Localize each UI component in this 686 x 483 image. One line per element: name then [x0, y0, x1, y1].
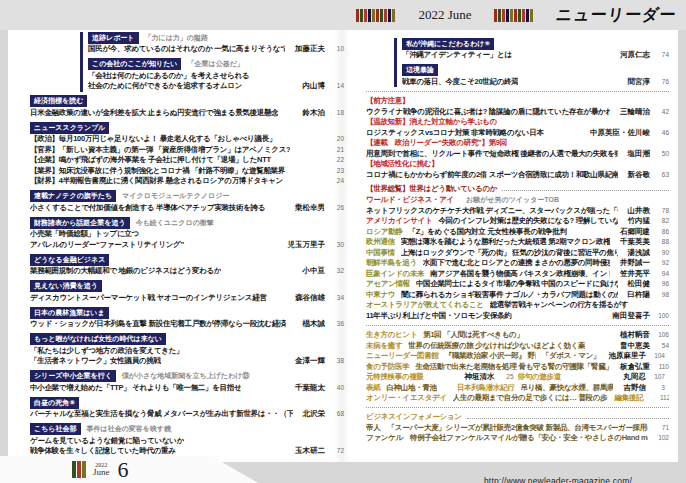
- section-tag: 辺境暴論: [402, 64, 438, 76]
- author-name: 臼杵陽: [628, 290, 651, 300]
- section-tag: シリーズ中小企業を行く: [30, 370, 116, 382]
- dotted-rule: [502, 190, 669, 191]
- page-number: 54: [655, 342, 669, 349]
- toc-section: 【世界総覧】世界はどう動いているのかワールド・ビジネス・アイお騒がせ男のツイッタ…: [366, 184, 669, 321]
- section-heading-row: 【世界総覧】世界はどう動いているのか: [366, 184, 669, 195]
- toc-row: 11年半ぶり利上げと中国・ソロモン安保条約南田登喜子100: [366, 311, 669, 322]
- page-number: 32: [330, 267, 344, 274]
- page-number: 38: [330, 357, 344, 364]
- section-header: こちら社会部事件は社会の変容を映す鏡: [30, 424, 344, 435]
- toc-row: ネットフリックスのケチケチ大作戦 ディズニー、スターバックスが嗤った「使って何?…: [366, 206, 669, 217]
- article-title: 11年半ぶり利上げと中国・ソロモン安保条約: [366, 311, 512, 321]
- toc-row: 【地域活性化に挑む】: [366, 159, 669, 170]
- toc-column-group: 表紙白神山地・青池: [366, 383, 457, 393]
- page-number: 46: [655, 129, 669, 136]
- toc-row: 「私たちは少しずつ地方の政治を変えてきた」: [30, 346, 344, 357]
- toc-row: 中小企業で増え始めた「TTP」 それよりも「唯一無二」を目指せ千葉龍太40: [30, 383, 344, 394]
- author-name: 小中亘: [303, 266, 326, 276]
- toc-row: 小売業「時価総額」トップに立つ: [30, 229, 344, 240]
- author-name: 児玉万里子: [288, 240, 326, 250]
- column-label: 中国事情: [366, 248, 395, 258]
- article-title: 業務範囲規制の大幅緩和で 地銀のビジネスはどう変わるか: [30, 266, 221, 276]
- toc-column-group: 元特捜検事の複眼神垣清水25: [366, 372, 518, 382]
- toc-row: バーチャルな至福と実生活を損なう脅威 メタバースが生み出す新世界は・・（下）北沢…: [30, 409, 344, 420]
- section-tag: この会社のここが知りたい: [88, 58, 181, 70]
- section-heading: 【世界総覧】世界はどう動いているのか: [366, 184, 497, 194]
- section-tag: ニューススクランブル: [30, 122, 109, 134]
- toc-row: ニューリーダー図書館『職業政治家 小沢一郎』 野口等「ダボス・マン」池原麻里子1…: [366, 351, 669, 362]
- article-title: 中国企業同士によるタイ市場の争奪戦 中国のスピードに負けない「スシロー」: [416, 279, 618, 289]
- toc-row: 【前方注意】: [366, 96, 669, 107]
- issue-date: 2022 June: [418, 7, 471, 23]
- section-tag: こちら社会部: [30, 423, 81, 435]
- author-name: 鈴木泊: [303, 108, 326, 118]
- toc-section: 白昼の死角⑧バーチャルな至福と実生活を損なう脅威 メタバースが生み出す新世界は・…: [30, 397, 344, 420]
- column-label: 朝鮮半島を追う: [366, 258, 417, 268]
- article-title: コロナ禍にもかかわらず前年度の2倍 スポーツ合宿誘致に成功！和歌山県紀南地域: [366, 170, 618, 180]
- page-number: 21: [330, 146, 344, 153]
- page-number: 107: [651, 373, 665, 380]
- toc-column-group: 編集後記112: [614, 393, 669, 403]
- section-header: シリーズ中小企業を行く僕が小さな地域新聞を立ち上げたわけ⑬: [30, 371, 344, 382]
- article-title: 総選挙苦戦キャンペーンの行方を揺るがす: [490, 300, 629, 310]
- author-name: 南田登喜子: [613, 311, 651, 321]
- dotted-rule: [467, 418, 669, 419]
- author-name: 乗松幸男: [295, 203, 325, 213]
- article-title: 南アジア各国を襲う物価高 パキスタン政権崩壊、インドは金融引き締め: [430, 269, 610, 279]
- section-header: 辺境暴論: [402, 65, 669, 76]
- column-label: 俳句の遊歩道: [518, 372, 561, 382]
- toc-row: 小さくすることで付加価値を創造する 半導体ベアチップ実装技術を誇る乗松幸男26: [30, 203, 344, 214]
- page-number: 76: [655, 78, 669, 85]
- toc-row: ウッド・ショックが日本列島を直撃 新設住宅着工戸数が停滞なら一段沈む経済椙木誠3…: [30, 319, 344, 330]
- section-header: この会社のここが知りたい「企業は公器だ」: [88, 59, 344, 70]
- page-number: 94: [655, 270, 669, 277]
- issue-month: June: [93, 468, 110, 477]
- article-title: 実態は薄氷を踏むような勝利だった大統領選 第2期マクロン政権を待ち受けるハードル: [401, 237, 610, 247]
- toc-section: もっと暇がなければ女性の時代は来ない「私たちは少しずつ地方の政治を変えてきた」「…: [30, 334, 344, 367]
- toc-row: 元特捜検事の複眼神垣清水25俳句の遊歩道丸岡忍107: [366, 372, 669, 383]
- page-number: 72: [330, 447, 344, 454]
- article-title: 「沖縄アイデンティティー」とは: [402, 50, 512, 60]
- toc-section: どうなる金融ビジネス業務範囲規制の大幅緩和で 地銀のビジネスはどう変わるか小中亘…: [30, 254, 344, 277]
- toc-row: 戦車の落日、今度こそ20世紀の終焉間宮淳76: [402, 77, 669, 88]
- page-number: 68: [330, 410, 344, 417]
- page-number: 36: [330, 320, 344, 327]
- toc-row: 【政治】毎月100万円じゃ足りないよ！ 暴走老人化する「おしゃべり議長」20: [30, 134, 344, 145]
- toc-row: ゲームを見ているような錯覚に陥っていないか: [30, 436, 344, 447]
- section-header: 財務諸表から話題企業を追う今も続くユニクロの衝撃: [30, 217, 344, 228]
- section-note: マイクロモジュールテクノロジー: [122, 191, 229, 201]
- toc-row: コロナ禍にもかかわらず前年度の2倍 スポーツ合宿誘致に成功！和歌山県紀南地域新谷…: [366, 170, 669, 181]
- toc-row: オーストラリアが教えてくれること総選挙苦戦キャンペーンの行方を揺るがす: [366, 300, 669, 311]
- toc-row: 食の予防医学生命活動で出来た老廃物を処理 骨も守る腎の守護隊「腎臓」を守ろう板倉…: [366, 362, 669, 373]
- dotted-divider: [366, 407, 669, 408]
- page-number: 20: [330, 135, 344, 142]
- page-number: 96: [655, 280, 669, 287]
- toc-row: 中国事情上海はロックダウンで「死の街」 狂気の沙汰の背後に習近平の焦り湯浅誠90: [366, 248, 669, 259]
- magazine-title: ニューリーダー: [554, 5, 677, 26]
- article-title: ファンケル 特例子会社ファンケルスマイルが贈る「安心・安全・やさしさのHand …: [366, 433, 648, 443]
- right-toc-page: 私が沖縄にこだわるわけ⑨「沖縄アイデンティティー」とは河原仁志74辺境暴論戦車の…: [366, 38, 669, 448]
- page-number: 78: [655, 207, 669, 214]
- indented-section-group: 追跡レポート「力には力」の隘路国民が今、求めているのはそれなのか 一気に高まりそ…: [80, 32, 344, 92]
- author-name: 金澤一輝: [295, 356, 325, 366]
- section-heading-row: ビジネスインフォメーション: [366, 412, 669, 423]
- column-label: 【連載 政治リーダー“失敗の研究”】第9回: [366, 138, 507, 148]
- section-tag: 私が沖縄にこだわるわけ⑨: [402, 38, 494, 50]
- article-title: 国民が今、求めているのはそれなのか 一気に高まりそうな“改憲”機運: [88, 44, 285, 54]
- article-title: 【政治】毎月100万円じゃ足りないよ！ 暴走老人化する「おしゃべり議長」: [30, 134, 276, 144]
- author-name: 竹内猛: [628, 216, 651, 226]
- toc-row: 巨象インドの未来南アジア各国を襲う物価高 パキスタン政権崩壊、インドは金融引き締…: [366, 269, 669, 280]
- author-name: 神垣清水: [465, 372, 495, 382]
- top-header-bar: 2022 June ニューリーダー: [0, 0, 686, 30]
- section-header: 私が沖縄にこだわるわけ⑨: [402, 38, 669, 49]
- article-title: 世界の伝統医療の旅 少なければ少ないほどよく効く薬: [408, 341, 585, 351]
- toc-column-group: 俳句の遊歩道丸岡忍107: [518, 372, 670, 382]
- page-number: 22: [330, 156, 344, 163]
- section-heading: ビジネスインフォメーション: [366, 412, 462, 422]
- article-title: 社会のために何ができるかを追求するオムロン: [88, 81, 242, 91]
- article-title: 戦車の落日、今度こそ20世紀の終焉: [402, 77, 518, 87]
- column-label: アメリカインサイト: [366, 216, 432, 226]
- section-header: 追跡レポート「力には力」の隘路: [88, 32, 344, 43]
- page-number: 50: [655, 150, 669, 157]
- section-header: もっと暇がなければ女性の時代は来ない: [30, 334, 344, 345]
